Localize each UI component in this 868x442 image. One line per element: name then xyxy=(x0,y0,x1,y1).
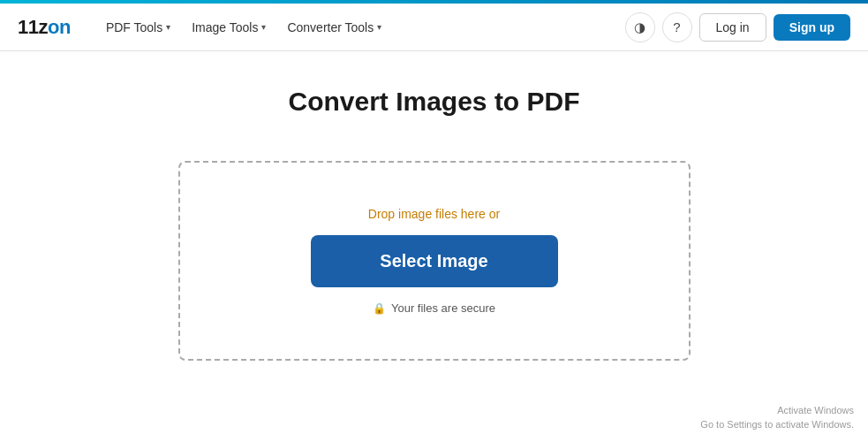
logo-text-dark: 11z xyxy=(18,16,48,38)
nav-label-image-tools: Image Tools xyxy=(192,20,258,34)
navbar: 11zon PDF Tools ▾ Image Tools ▾ Converte… xyxy=(0,4,868,51)
chevron-down-icon: ▾ xyxy=(261,22,266,32)
nav-label-pdf-tools: PDF Tools xyxy=(106,20,162,34)
login-button[interactable]: Log in xyxy=(699,13,766,42)
chevron-down-icon: ▾ xyxy=(166,22,170,32)
nav-item-converter-tools[interactable]: Converter Tools ▾ xyxy=(278,15,390,40)
logo-text-blue: on xyxy=(48,16,71,38)
chevron-down-icon: ▾ xyxy=(377,22,381,32)
site-logo[interactable]: 11zon xyxy=(18,16,71,39)
select-image-button[interactable]: Select Image xyxy=(311,235,558,287)
secure-notice: 🔒 Your files are secure xyxy=(373,301,495,315)
watermark-line1: Activate Windows xyxy=(700,404,854,417)
page-title: Convert Images to PDF xyxy=(288,87,579,117)
main-content: Convert Images to PDF Drop image files h… xyxy=(0,51,868,378)
nav-item-pdf-tools[interactable]: PDF Tools ▾ xyxy=(97,15,179,40)
watermark-line2: Go to Settings to activate Windows. xyxy=(700,418,854,431)
nav-label-converter-tools: Converter Tools xyxy=(287,20,374,34)
nav-item-image-tools[interactable]: Image Tools ▾ xyxy=(183,15,275,40)
windows-watermark: Activate Windows Go to Settings to activ… xyxy=(700,404,854,431)
help-icon: ? xyxy=(673,19,680,34)
secure-text-label: Your files are secure xyxy=(391,301,495,315)
signup-button[interactable]: Sign up xyxy=(774,14,850,41)
help-button[interactable]: ? xyxy=(662,12,692,42)
nav-menu: PDF Tools ▾ Image Tools ▾ Converter Tool… xyxy=(97,15,625,40)
lock-icon: 🔒 xyxy=(373,302,386,315)
nav-actions: ◑ ? Log in Sign up xyxy=(625,12,850,42)
contrast-toggle-button[interactable]: ◑ xyxy=(625,12,655,42)
contrast-icon: ◑ xyxy=(634,19,645,35)
drop-zone[interactable]: Drop image files here or Select Image 🔒 … xyxy=(178,161,691,361)
drop-zone-text: Drop image files here or xyxy=(368,207,500,221)
